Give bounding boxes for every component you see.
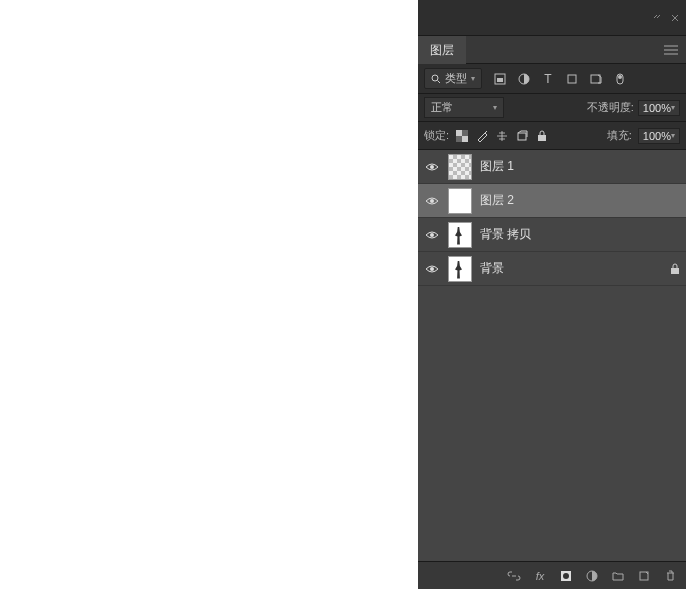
filter-pixel-icon[interactable] <box>492 71 508 87</box>
lock-all-icon[interactable] <box>535 129 549 143</box>
chevron-down-icon: ▾ <box>671 103 675 112</box>
filter-icons: T <box>492 71 628 87</box>
delete-layer-icon[interactable] <box>662 568 678 584</box>
filter-type-label: 类型 <box>445 71 467 86</box>
filter-smartobject-icon[interactable] <box>588 71 604 87</box>
svg-point-18 <box>430 267 434 271</box>
chevron-down-icon: ▾ <box>471 74 475 83</box>
layer-name[interactable]: 图层 2 <box>480 192 514 209</box>
blend-mode-select[interactable]: 正常 ▾ <box>424 97 504 118</box>
opacity-input[interactable]: 100% ▾ <box>638 100 680 116</box>
layers-panel: 图层 类型 ▾ T <box>418 0 686 589</box>
svg-rect-11 <box>462 130 468 136</box>
fill-value: 100% <box>643 130 671 142</box>
svg-rect-3 <box>497 78 503 82</box>
blend-row: 正常 ▾ 不透明度: 100% ▾ <box>418 94 686 122</box>
close-icon[interactable] <box>670 13 680 23</box>
svg-point-0 <box>432 75 438 81</box>
svg-rect-10 <box>462 136 468 142</box>
layer-thumbnail[interactable] <box>448 222 472 248</box>
opacity-label: 不透明度: <box>587 100 634 115</box>
filter-type-select[interactable]: 类型 ▾ <box>424 68 482 89</box>
layer-row[interactable]: 图层 1 <box>418 150 686 184</box>
filter-row: 类型 ▾ T <box>418 64 686 94</box>
new-layer-icon[interactable] <box>636 568 652 584</box>
adjustment-layer-icon[interactable] <box>584 568 600 584</box>
filter-type-icon[interactable]: T <box>540 71 556 87</box>
svg-rect-5 <box>568 75 576 83</box>
layer-row[interactable]: 背景 <box>418 252 686 286</box>
collapse-icon[interactable] <box>652 13 662 23</box>
lock-icon[interactable] <box>670 263 680 275</box>
svg-rect-12 <box>456 136 462 142</box>
lock-icons <box>455 129 549 143</box>
lock-artboard-icon[interactable] <box>515 129 529 143</box>
chevron-down-icon: ▾ <box>671 131 675 140</box>
mask-icon[interactable] <box>558 568 574 584</box>
layer-thumbnail[interactable] <box>448 256 472 282</box>
lock-position-icon[interactable] <box>495 129 509 143</box>
lock-label: 锁定: <box>424 128 449 143</box>
blend-mode-value: 正常 <box>431 100 453 115</box>
group-icon[interactable] <box>610 568 626 584</box>
panel-tabs: 图层 <box>418 36 686 64</box>
svg-point-8 <box>618 75 622 79</box>
layer-name[interactable]: 图层 1 <box>480 158 514 175</box>
lock-row: 锁定: 填充: 100% ▾ <box>418 122 686 150</box>
svg-point-16 <box>430 199 434 203</box>
search-icon <box>431 74 441 84</box>
panel-menu-button[interactable] <box>656 45 686 55</box>
svg-rect-6 <box>591 75 600 83</box>
canvas-area[interactable] <box>0 0 418 589</box>
svg-point-17 <box>430 233 434 237</box>
visibility-eye-icon[interactable] <box>424 230 440 240</box>
svg-rect-14 <box>538 135 546 141</box>
panel-footer: fx <box>418 561 686 589</box>
fx-icon[interactable]: fx <box>532 568 548 584</box>
visibility-eye-icon[interactable] <box>424 196 440 206</box>
layer-name[interactable]: 背景 拷贝 <box>480 226 531 243</box>
fill-label: 填充: <box>607 128 632 143</box>
lock-pixels-icon[interactable] <box>475 129 489 143</box>
svg-rect-9 <box>456 130 462 136</box>
layer-thumbnail[interactable] <box>448 154 472 180</box>
fill-input[interactable]: 100% ▾ <box>638 128 680 144</box>
filter-adjustment-icon[interactable] <box>516 71 532 87</box>
visibility-eye-icon[interactable] <box>424 162 440 172</box>
opacity-value: 100% <box>643 102 671 114</box>
svg-rect-19 <box>671 268 679 274</box>
layers-list: 图层 1图层 2背景 拷贝背景 <box>418 150 686 561</box>
svg-line-1 <box>438 80 441 83</box>
svg-point-15 <box>430 165 434 169</box>
filter-toggle-icon[interactable] <box>612 71 628 87</box>
svg-rect-13 <box>518 133 526 140</box>
lock-transparency-icon[interactable] <box>455 129 469 143</box>
layer-row[interactable]: 背景 拷贝 <box>418 218 686 252</box>
panel-window-controls <box>418 0 686 36</box>
tab-layers[interactable]: 图层 <box>418 36 466 64</box>
layer-name[interactable]: 背景 <box>480 260 504 277</box>
svg-point-21 <box>563 573 569 579</box>
visibility-eye-icon[interactable] <box>424 264 440 274</box>
link-layers-icon[interactable] <box>506 568 522 584</box>
chevron-down-icon: ▾ <box>493 103 497 112</box>
layer-row[interactable]: 图层 2 <box>418 184 686 218</box>
filter-shape-icon[interactable] <box>564 71 580 87</box>
layer-thumbnail[interactable] <box>448 188 472 214</box>
